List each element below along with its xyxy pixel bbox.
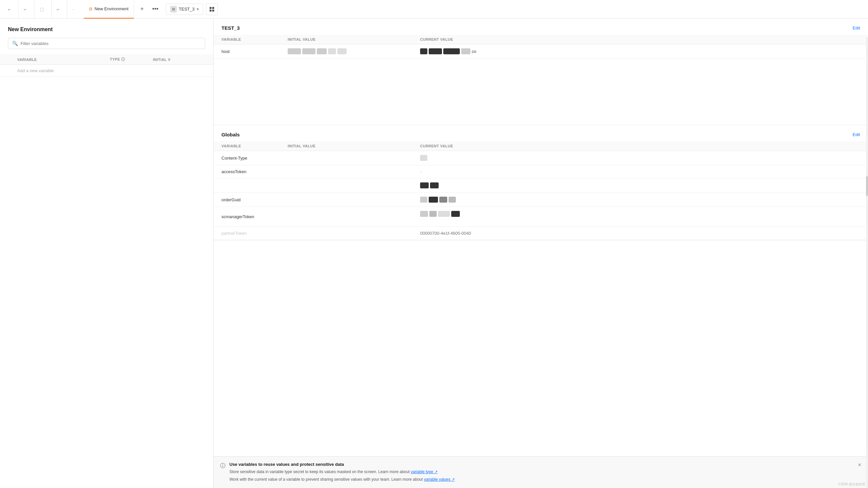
watermark: CSDN @沙发的宫 bbox=[839, 482, 865, 487]
add-type-cell bbox=[106, 65, 149, 77]
masked-value bbox=[430, 182, 439, 188]
left-panel: New Environment 🔍 VARIABLE TYPE ⓘ INITIA… bbox=[0, 19, 214, 488]
info-icon: ⓘ bbox=[220, 462, 225, 469]
variable-header: VARIABLE bbox=[13, 54, 106, 65]
add-check-cell bbox=[0, 65, 13, 77]
tab-bar: ⌐ ⌐ ◌ ⌐ · ⊟ New Environment + ••• ⊟ TEST… bbox=[0, 0, 868, 19]
main-layout: New Environment 🔍 VARIABLE TYPE ⓘ INITIA… bbox=[0, 19, 868, 488]
environment-selector[interactable]: ⊟ TEST_3 ▾ bbox=[166, 4, 203, 15]
file-icon-5: · bbox=[72, 6, 74, 12]
left-panel-title: New Environment bbox=[0, 19, 213, 38]
table-row: orderGuid bbox=[214, 193, 868, 207]
initial-value-header: INITIAL V bbox=[149, 54, 213, 65]
globals-edit-button[interactable]: Edit bbox=[853, 132, 860, 137]
search-input[interactable] bbox=[21, 41, 201, 46]
variables-table: VARIABLE TYPE ⓘ INITIAL V Add a new vari… bbox=[0, 54, 213, 77]
test3-edit-button[interactable]: Edit bbox=[853, 26, 860, 30]
content-type-variable: Content-Type bbox=[214, 151, 280, 165]
add-initial-cell bbox=[149, 65, 213, 77]
test3-header: TEST_3 Edit bbox=[214, 19, 868, 35]
tab-1[interactable]: ⌐ bbox=[3, 0, 19, 19]
masked-value bbox=[337, 48, 347, 54]
access-token-current: - bbox=[412, 165, 868, 178]
access-token-variable: accessToken bbox=[214, 165, 280, 178]
access-token-2-current bbox=[412, 178, 868, 193]
masked-value bbox=[328, 48, 336, 54]
file-icon-1: ⌐ bbox=[8, 6, 11, 12]
globals-table: VARIABLE INITIAL VALUE CURRENT VALUE Con… bbox=[214, 141, 868, 240]
masked-value bbox=[439, 197, 447, 203]
check-header bbox=[0, 54, 13, 65]
masked-value bbox=[429, 48, 442, 54]
more-options-button[interactable]: ••• bbox=[150, 4, 160, 14]
globals-title: Globals bbox=[221, 132, 240, 138]
info-content: Use variables to reuse values and protec… bbox=[229, 462, 854, 483]
tab-4[interactable]: ⌐ bbox=[52, 0, 67, 19]
test3-spacer bbox=[214, 59, 868, 125]
file-icon-3: ◌ bbox=[40, 6, 44, 12]
variables-table-container: VARIABLE TYPE ⓘ INITIAL V Add a new vari… bbox=[0, 54, 213, 488]
scrollbar-track bbox=[866, 37, 868, 488]
add-variable-cell[interactable]: Add a new variable bbox=[13, 65, 106, 77]
info-title: Use variables to reuse values and protec… bbox=[229, 462, 854, 467]
host-suffix: cn bbox=[472, 49, 476, 54]
table-row: host bbox=[214, 44, 868, 59]
test3-section: TEST_3 Edit VARIABLE INITIAL VALUE CURRE… bbox=[214, 19, 868, 125]
grid-icon bbox=[209, 7, 215, 12]
masked-value bbox=[317, 48, 327, 54]
content-type-current bbox=[412, 151, 868, 165]
env-tab-icon: ⊟ bbox=[89, 7, 92, 11]
variable-type-link[interactable]: variable type ↗ bbox=[411, 469, 438, 474]
masked-value bbox=[448, 197, 456, 203]
masked-value bbox=[461, 48, 470, 54]
partner-token-initial bbox=[280, 227, 412, 240]
new-environment-tab[interactable]: ⊟ New Environment bbox=[84, 0, 134, 19]
table-row bbox=[214, 178, 868, 193]
variable-values-link[interactable]: variable values ↗ bbox=[424, 477, 455, 482]
masked-value bbox=[288, 48, 301, 54]
access-token-value: - bbox=[420, 169, 422, 174]
scmanager-suffix: · bbox=[420, 218, 421, 222]
test3-table: VARIABLE INITIAL VALUE CURRENT VALUE hos… bbox=[214, 35, 868, 59]
tab-actions: + ••• bbox=[137, 4, 160, 14]
access-token-initial bbox=[280, 165, 412, 178]
scmanager-token-variable: scmanagerToken bbox=[214, 207, 280, 227]
globals-var-header: VARIABLE bbox=[214, 141, 280, 151]
masked-value bbox=[420, 48, 427, 54]
masked-value bbox=[429, 211, 437, 217]
access-token-2-initial bbox=[280, 178, 412, 193]
add-tab-button[interactable]: + bbox=[137, 4, 147, 14]
info-line1: Store sensitive data in variable type se… bbox=[229, 469, 854, 475]
masked-value bbox=[443, 48, 460, 54]
close-banner-button[interactable]: × bbox=[858, 462, 861, 468]
globals-section: Globals Edit VARIABLE INITIAL VALUE CURR… bbox=[214, 125, 868, 240]
add-variable-row[interactable]: Add a new variable bbox=[0, 65, 213, 77]
file-icon-4: ⌐ bbox=[57, 6, 60, 12]
env-view-button[interactable] bbox=[206, 3, 218, 15]
right-panel: TEST_3 Edit VARIABLE INITIAL VALUE CURRE… bbox=[214, 19, 868, 488]
scmanager-token-current: · bbox=[412, 207, 868, 227]
masked-value bbox=[451, 211, 460, 217]
masked-value bbox=[420, 197, 427, 203]
tab-3[interactable]: ◌ bbox=[34, 0, 52, 19]
host-current-value: cn bbox=[412, 44, 868, 59]
globals-header: Globals Edit bbox=[214, 125, 868, 141]
masked-value bbox=[420, 182, 429, 188]
table-row: partnerToken 00000700-4e1f-4605-0040 bbox=[214, 227, 868, 240]
masked-value bbox=[302, 48, 315, 54]
info-banner: ⓘ Use variables to reuse values and prot… bbox=[214, 456, 868, 488]
tab-2[interactable]: ⌐ bbox=[19, 0, 34, 19]
search-bar[interactable]: 🔍 bbox=[8, 38, 205, 49]
order-guid-initial bbox=[280, 193, 412, 207]
partner-token-current: 00000700-4e1f-4605-0040 bbox=[412, 227, 868, 240]
tab-5[interactable]: · bbox=[67, 0, 81, 19]
table-row: Content-Type bbox=[214, 151, 868, 165]
svg-rect-0 bbox=[210, 7, 212, 9]
test3-title: TEST_3 bbox=[221, 25, 240, 31]
masked-value bbox=[420, 211, 428, 217]
globals-initial-header: INITIAL VALUE bbox=[280, 141, 412, 151]
search-icon: 🔍 bbox=[12, 41, 18, 46]
scrollbar-thumb[interactable] bbox=[866, 176, 868, 196]
table-row: scmanagerToken · bbox=[214, 207, 868, 227]
masked-value bbox=[420, 155, 427, 161]
